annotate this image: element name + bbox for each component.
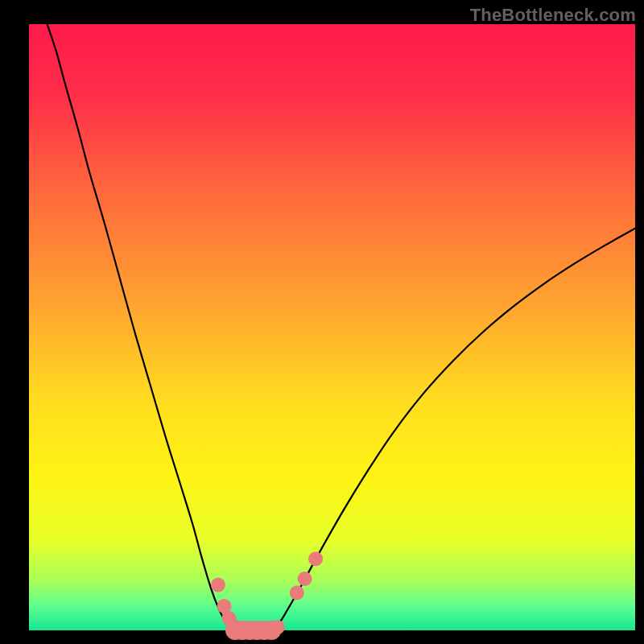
watermark: TheBottleneck.com [470, 5, 636, 26]
gradient-background [29, 24, 635, 630]
data-marker [298, 572, 312, 586]
data-marker [308, 551, 323, 566]
chart-container: TheBottleneck.com [0, 0, 644, 644]
data-marker [211, 578, 225, 592]
data-marker [270, 620, 285, 634]
data-marker [290, 585, 304, 600]
bottleneck-chart [0, 0, 644, 644]
